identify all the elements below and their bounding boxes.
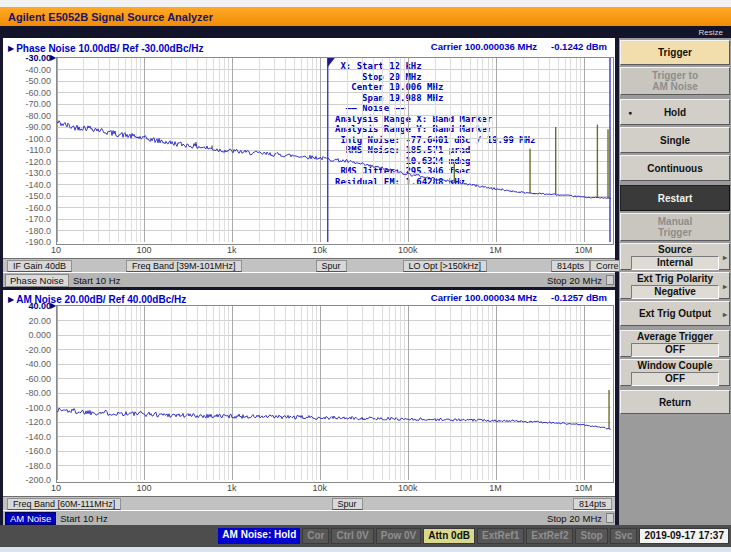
axis-tick-label: 10k [302, 245, 338, 255]
resize-bar: Resize [0, 26, 731, 38]
axis-tick-label: -100.0 [5, 134, 51, 144]
single-button[interactable]: Single [620, 127, 730, 153]
phase-noise-plot-area[interactable]: X: Start 12 kHz Stop 20 MHz Center 10.00… [56, 57, 614, 245]
extref2-status: ExtRef2 [526, 528, 573, 544]
window-couple-button[interactable]: Window Couple OFF [620, 359, 730, 386]
axis-tick-label: -60.00 [5, 88, 51, 98]
axis-tick-label: 100 [126, 245, 162, 255]
source-value: Internal [631, 256, 719, 270]
tab-am-noise[interactable]: AM Noise [5, 512, 56, 525]
axis-tick-label: 10 [38, 483, 74, 493]
trigger-to-am-noise-button: Trigger to AM Noise [620, 67, 730, 95]
am-noise-y-axis: 40.0020.000.000-20.00-40.00-60.00-80.00-… [3, 305, 53, 483]
axis-tick-label: -120.0 [5, 157, 51, 167]
axis-tick-label: 20.00 [5, 316, 51, 326]
axis-tick-label: -180.0 [5, 461, 51, 471]
screen-bottom-strip [0, 547, 731, 552]
restart-button[interactable]: Restart [620, 185, 730, 211]
axis-tick-label: -40.00 [5, 359, 51, 369]
tab-phase-noise[interactable]: Phase Noise [5, 274, 69, 287]
axis-tick-label: -40.00 [5, 65, 51, 75]
axis-tick-label: -60.00 [5, 374, 51, 384]
menu-title-trigger: Trigger [620, 40, 730, 65]
axis-tick-label: -100.0 [5, 403, 51, 413]
ext-trig-polarity-button[interactable]: Ext Trig Polarity Negative ▸ [620, 272, 730, 299]
submenu-arrow-icon: ▸ [723, 309, 727, 318]
chart-canvas [57, 58, 611, 242]
am-noise-hold-status: AM Noise: Hold [218, 528, 300, 544]
source-button[interactable]: Source Internal ▸ [620, 243, 730, 270]
return-button[interactable]: Return [620, 390, 730, 414]
phase-noise-plot: -30.00-40.00-50.00-60.00-70.00-80.00-90.… [3, 57, 615, 245]
axis-tick-label: -120.0 [5, 417, 51, 427]
am-noise-plot: 40.0020.000.000-20.00-40.00-60.00-80.00-… [3, 305, 615, 483]
resize-grip[interactable] [606, 275, 614, 285]
axis-tick-label: -80.00 [5, 388, 51, 398]
am-noise-x-axis: 101001k10k100k1M10M [3, 483, 615, 495]
window-title: Agilent E5052B Signal Source Analyzer [0, 11, 213, 23]
axis-tick-label: 1M [478, 245, 514, 255]
am-noise-carrier: Carrier 100.000034 MHz [431, 292, 537, 303]
axis-tick-label: -140.0 [5, 180, 51, 190]
axis-tick-label: 10 [38, 245, 74, 255]
freq-band-chip: Freq Band [60M-111MHz] [7, 498, 121, 510]
trace-marker-icon: ▶ [3, 44, 16, 53]
axis-tick-label: -160.0 [5, 203, 51, 213]
ref-level-marker-icon: ▶ [50, 301, 56, 310]
attn-status: Attn 0dB [423, 528, 475, 544]
if-gain-chip: IF Gain 40dB [7, 260, 72, 272]
window-couple-value: OFF [631, 372, 719, 386]
phase-noise-x-axis: 101001k10k100k1M10M [3, 245, 615, 257]
axis-tick-label: 10k [302, 483, 338, 493]
average-trigger-value: OFF [631, 343, 719, 357]
axis-tick-label: 40.00 [5, 301, 51, 311]
submenu-arrow-icon: ▸ [723, 281, 727, 290]
am-noise-start-label: Start 10 Hz [60, 513, 108, 524]
average-trigger-button[interactable]: Average Trigger OFF [620, 330, 730, 357]
chart-canvas [57, 306, 611, 480]
axis-tick-label: 1M [478, 483, 514, 493]
hold-button[interactable]: ● Hold [620, 99, 730, 125]
phase-noise-start-label: Start 10 Hz [73, 275, 121, 286]
axis-tick-label: -130.0 [5, 168, 51, 178]
window-title-bar: Agilent E5052B Signal Source Analyzer [0, 7, 731, 26]
axis-tick-label: 0.000 [5, 330, 51, 340]
pow-status: Pow 0V [376, 528, 422, 544]
pane-divider [0, 287, 619, 290]
axis-tick-label: 1k [214, 483, 250, 493]
am-noise-plot-area[interactable]: ▶ [56, 305, 614, 483]
spur-chip: Spur [316, 260, 347, 272]
manual-trigger-button: Manual Trigger [620, 213, 730, 241]
resize-button[interactable]: Resize [699, 28, 731, 37]
axis-tick-label: -50.00 [5, 76, 51, 86]
axis-tick-label: 100k [390, 245, 426, 255]
axis-tick-label: 100 [126, 483, 162, 493]
resize-grip[interactable] [606, 513, 614, 523]
instrument-screen: Agilent E5052B Signal Source Analyzer Re… [0, 0, 731, 552]
axis-tick-label: -160.0 [5, 446, 51, 456]
axis-tick-label: -80.00 [5, 111, 51, 121]
measurement-window: ▶ Phase Noise 10.00dB/ Ref -30.00dBc/Hz … [0, 38, 619, 525]
axis-tick-label: -110.0 [5, 145, 51, 155]
lo-opt-chip: LO Opt [>150kHz] [403, 260, 487, 272]
spur-chip: Spur [332, 498, 363, 510]
axis-tick-label: -150.0 [5, 191, 51, 201]
phase-noise-carrier: Carrier 100.000036 MHz [431, 41, 537, 52]
top-strip [0, 0, 731, 7]
points-chip: 814pts [551, 260, 590, 272]
ext-trig-output-button[interactable]: Ext Trig Output ▸ [620, 301, 730, 326]
phase-noise-y-axis: -30.00-40.00-50.00-60.00-70.00-80.00-90.… [3, 57, 53, 245]
axis-tick-label: 10M [566, 483, 602, 493]
cor-status: Cor [302, 528, 329, 544]
instrument-status-bar: AM Noise: Hold Cor Ctrl 0V Pow 0V Attn 0… [0, 525, 731, 547]
phase-noise-stop-label: Stop 20 MHz [547, 275, 606, 286]
axis-tick-label: -140.0 [5, 432, 51, 442]
axis-tick-label: 100k [390, 483, 426, 493]
phase-noise-scale-label: Phase Noise 10.00dB/ Ref -30.00dBc/Hz [16, 43, 203, 54]
continuous-button[interactable]: Continuous [620, 155, 730, 181]
stop-status: Stop [575, 528, 607, 544]
softkey-menu: Trigger Trigger to AM Noise ● Hold Singl… [619, 38, 731, 525]
datetime-status: 2019-09-17 17:37 [639, 528, 729, 544]
selected-dot-icon: ● [628, 109, 632, 116]
axis-tick-label: -90.00 [5, 122, 51, 132]
